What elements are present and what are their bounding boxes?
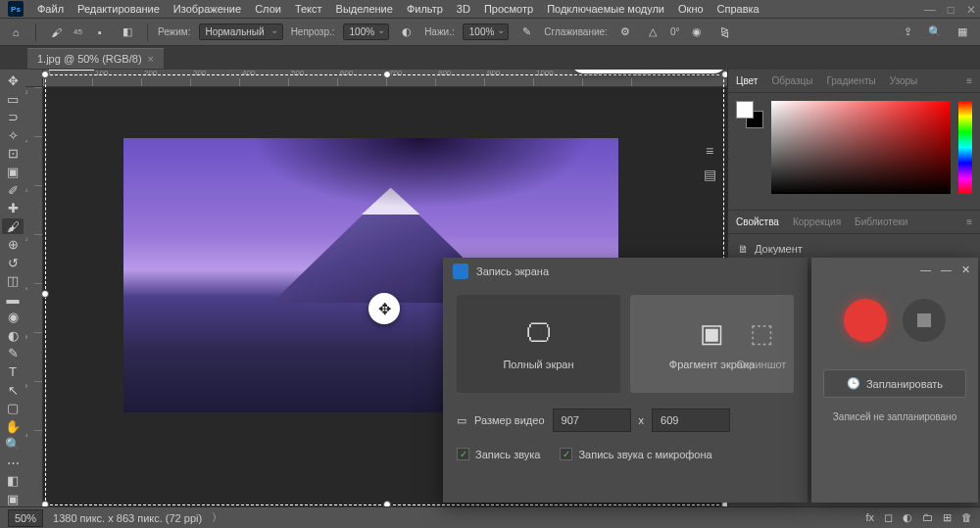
maximize-icon[interactable]: — <box>941 264 952 275</box>
menu-3d[interactable]: 3D <box>457 3 470 15</box>
pressure-size-icon[interactable]: ◉ <box>687 23 707 42</box>
collapsed-dock: ≡ ▤ <box>696 143 723 182</box>
search-icon[interactable]: 🔍 <box>925 23 945 42</box>
selection-handle[interactable] <box>383 501 391 506</box>
move-tool-icon[interactable]: ✥ <box>2 73 24 89</box>
crop-tool-icon[interactable]: ⊡ <box>2 146 24 162</box>
brush-icon[interactable]: 🖌 <box>46 23 66 42</box>
wand-tool-icon[interactable]: ✧ <box>2 128 24 144</box>
menu-file[interactable]: Файл <box>37 3 64 15</box>
tab-swatches[interactable]: Образцы <box>771 75 812 86</box>
tab-color[interactable]: Цвет <box>736 75 758 86</box>
marquee-tool-icon[interactable]: ▭ <box>2 92 24 108</box>
width-input[interactable] <box>553 408 631 432</box>
zoom-tool-icon[interactable]: 🔍 <box>2 437 24 453</box>
minimize-icon[interactable]: — <box>920 264 931 275</box>
panel-menu-icon[interactable]: ≡ <box>966 75 972 86</box>
menu-edit[interactable]: Редактирование <box>77 3 160 15</box>
tab-properties[interactable]: Свойства <box>736 216 779 227</box>
schedule-button[interactable]: 🕒 Запланировать <box>823 369 966 398</box>
menu-text[interactable]: Текст <box>295 3 322 15</box>
flow-input[interactable]: 100% <box>463 24 510 40</box>
share-icon[interactable]: ⇪ <box>898 23 917 42</box>
blend-mode-select[interactable]: Нормальный <box>199 24 283 40</box>
angle-icon[interactable]: △ <box>643 23 662 42</box>
history-brush-icon[interactable]: ↺ <box>2 255 24 270</box>
home-icon[interactable]: ⌂ <box>6 23 25 42</box>
frame-tool-icon[interactable]: ▣ <box>2 165 24 180</box>
close-tab-icon[interactable]: × <box>148 53 154 65</box>
window-close-icon[interactable]: ✕ <box>966 3 976 17</box>
menu-view[interactable]: Просмотр <box>484 3 533 15</box>
eyedropper-tool-icon[interactable]: ✐ <box>2 182 24 198</box>
mask-icon[interactable]: ◻ <box>884 511 893 524</box>
shape-tool-icon[interactable]: ▢ <box>2 401 24 416</box>
brush-preset-icon[interactable]: ▪ <box>90 23 110 42</box>
brush-tool-icon[interactable]: 🖌 <box>2 218 24 234</box>
mode-fullscreen[interactable]: 🖵 Полный экран <box>457 295 620 393</box>
heal-tool-icon[interactable]: ✚ <box>2 201 24 216</box>
adjustment-icon[interactable]: ◐ <box>903 511 912 524</box>
hue-slider[interactable] <box>958 101 972 194</box>
stamp-tool-icon[interactable]: ⊕ <box>2 237 24 253</box>
tab-libraries[interactable]: Библиотеки <box>855 216 907 227</box>
fx-icon[interactable]: fx <box>865 511 874 524</box>
symmetry-icon[interactable]: ⧎ <box>714 23 734 42</box>
hand-tool-icon[interactable]: ✋ <box>2 418 24 434</box>
lasso-tool-icon[interactable]: ⊃ <box>2 110 24 125</box>
pressure-opacity-icon[interactable]: ◐ <box>397 23 416 42</box>
opacity-input[interactable]: 100% <box>343 24 390 40</box>
color-swap-icon[interactable]: ◧ <box>2 473 24 489</box>
new-layer-icon[interactable]: ⊞ <box>943 511 952 524</box>
selection-handle[interactable] <box>41 71 49 78</box>
tab-gradients[interactable]: Градиенты <box>826 75 875 86</box>
eraser-tool-icon[interactable]: ◫ <box>2 273 24 289</box>
gear-icon[interactable]: ⚙ <box>615 23 635 42</box>
menu-window[interactable]: Окно <box>678 3 704 15</box>
swatch-icon[interactable]: ◧ <box>118 23 137 42</box>
document-tab[interactable]: 1.jpg @ 50% (RGB/8) × <box>27 48 164 69</box>
color-field[interactable] <box>771 101 951 194</box>
ruler-vertical[interactable]: 0 1 2 3 4 5 6 7 <box>25 87 43 506</box>
workspace-icon[interactable]: ▦ <box>953 23 972 42</box>
menu-plugins[interactable]: Подключаемые модули <box>547 3 664 15</box>
panel-icon[interactable]: ≡ <box>706 143 713 159</box>
window-minimize-icon[interactable]: — <box>924 3 936 17</box>
record-sound-checkbox[interactable]: ✓ Запись звука <box>457 448 540 460</box>
opacity-label: Непрозр.: <box>291 26 335 37</box>
menu-help[interactable]: Справка <box>717 3 760 15</box>
selection-handle[interactable] <box>721 71 727 78</box>
selection-handle[interactable] <box>383 71 391 78</box>
menu-layers[interactable]: Слои <box>255 3 281 15</box>
tab-patterns[interactable]: Узоры <box>890 75 918 86</box>
tab-adjustments[interactable]: Коррекция <box>793 216 841 227</box>
menu-filter[interactable]: Фильтр <box>407 3 443 15</box>
trash-icon[interactable]: 🗑 <box>961 511 972 524</box>
color-swatch[interactable] <box>736 101 763 128</box>
selection-handle[interactable] <box>41 501 49 506</box>
blur-tool-icon[interactable]: ◉ <box>2 310 24 325</box>
quickmask-icon[interactable]: ▣ <box>2 492 24 507</box>
menu-select[interactable]: Выделение <box>336 3 393 15</box>
zoom-input[interactable]: 50% <box>8 509 43 527</box>
big-record-button[interactable] <box>844 299 887 342</box>
pen-tool-icon[interactable]: ✎ <box>2 346 24 361</box>
window-maximize-icon[interactable]: □ <box>948 3 955 17</box>
selection-handle[interactable] <box>41 290 49 298</box>
big-stop-button[interactable] <box>903 299 946 342</box>
mode-screenshot[interactable]: ⬚ Скриншот <box>719 295 804 393</box>
dodge-tool-icon[interactable]: ◐ <box>2 328 24 344</box>
close-icon[interactable]: ✕ <box>961 264 970 276</box>
path-tool-icon[interactable]: ↖ <box>2 382 24 398</box>
panel-icon[interactable]: ▤ <box>704 167 716 182</box>
panel-menu-icon[interactable]: ≡ <box>966 216 972 227</box>
more-tools-icon[interactable]: ⋯ <box>2 455 24 470</box>
height-input[interactable] <box>652 408 730 432</box>
chevron-icon[interactable]: 〉 <box>212 510 222 525</box>
text-tool-icon[interactable]: T <box>2 364 24 380</box>
gradient-tool-icon[interactable]: ▬ <box>2 292 24 308</box>
airbrush-icon[interactable]: ✎ <box>516 23 536 42</box>
record-mic-checkbox[interactable]: ✓ Запись звука с микрофона <box>560 448 711 460</box>
menu-image[interactable]: Изображение <box>173 3 241 15</box>
folder-icon[interactable]: 🗀 <box>922 511 933 524</box>
